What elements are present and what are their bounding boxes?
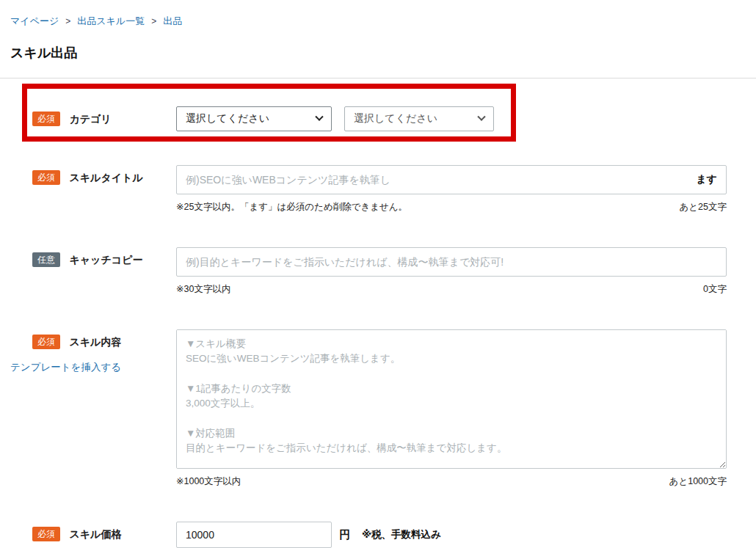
- skill-title-suffix: ます: [696, 173, 717, 186]
- skill-content-input-col: ※1000文字以内 あと1000文字: [176, 329, 727, 488]
- chevron-down-icon: [477, 113, 485, 121]
- skill-content-textarea[interactable]: [176, 329, 727, 469]
- price-note: ※税、手数料込み: [362, 528, 441, 541]
- catch-copy-counter: 0文字: [703, 283, 727, 296]
- required-badge: 必須: [32, 335, 60, 349]
- category-label: カテゴリ: [69, 113, 111, 125]
- price-row: 必須 スキル価格 円 ※税、手数料込み: [10, 522, 727, 548]
- catch-copy-input-wrap: [176, 247, 727, 277]
- catch-copy-label: キャッチコピー: [69, 254, 142, 266]
- insert-template-link[interactable]: テンプレートを挿入する: [10, 361, 121, 374]
- skill-content-note: ※1000文字以内: [176, 475, 241, 488]
- catch-copy-row: 任意 キャッチコピー ※30文字以内 0文字: [10, 247, 727, 296]
- price-input[interactable]: [176, 522, 332, 548]
- price-label-col: 必須 スキル価格: [10, 522, 176, 548]
- skill-title-input-col: ます ※25文字以内。「ます」は必須のため削除できません。 あと25文字: [176, 165, 727, 213]
- skill-content-counter: あと1000文字: [669, 475, 727, 488]
- skill-title-input[interactable]: [186, 174, 696, 186]
- skill-content-label-col: 必須 スキル内容 テンプレートを挿入する: [10, 329, 176, 488]
- category-row: 必須 カテゴリ 選択してください 選択してください: [10, 106, 727, 131]
- breadcrumb-separator: >: [151, 16, 156, 26]
- optional-badge: 任意: [32, 252, 60, 267]
- catch-copy-note-row: ※30文字以内 0文字: [176, 283, 727, 296]
- skill-title-note-row: ※25文字以内。「ます」は必須のため削除できません。 あと25文字: [176, 201, 727, 213]
- breadcrumb: マイページ > 出品スキル一覧 > 出品: [10, 15, 727, 28]
- price-input-col: 円 ※税、手数料込み: [176, 522, 727, 548]
- page-container: マイページ > 出品スキル一覧 > 出品 スキル出品 必須 カテゴリ 選択してく…: [0, 0, 756, 548]
- required-badge: 必須: [32, 170, 60, 185]
- breadcrumb-link-mypage[interactable]: マイページ: [10, 15, 59, 28]
- skill-content-label: スキル内容: [69, 336, 121, 348]
- skill-title-counter: あと25文字: [680, 201, 727, 213]
- skill-content-note-row: ※1000文字以内 あと1000文字: [176, 475, 727, 488]
- category-label-col: 必須 カテゴリ: [10, 106, 176, 131]
- price-label: スキル価格: [69, 528, 121, 540]
- catch-copy-label-col: 任意 キャッチコピー: [10, 247, 176, 296]
- category-input-col: 選択してください 選択してください: [176, 106, 727, 131]
- catch-copy-input[interactable]: [186, 256, 717, 268]
- skill-title-label-col: 必須 スキルタイトル: [10, 165, 176, 213]
- category-select-primary[interactable]: 選択してください: [176, 106, 332, 131]
- required-badge: 必須: [32, 527, 60, 541]
- price-line: 円 ※税、手数料込み: [176, 522, 727, 548]
- breadcrumb-separator: >: [65, 16, 70, 26]
- category-select-primary-value: 選択してください: [186, 112, 269, 125]
- category-select-secondary-value: 選択してください: [354, 112, 437, 125]
- skill-listing-form: 必須 カテゴリ 選択してください 選択してください 必須: [10, 78, 727, 548]
- price-unit: 円: [339, 528, 350, 542]
- catch-copy-input-col: ※30文字以内 0文字: [176, 247, 727, 296]
- skill-title-row: 必須 スキルタイトル ます ※25文字以内。「ます」は必須のため削除できません。…: [10, 165, 727, 213]
- required-badge: 必須: [32, 112, 60, 126]
- skill-title-note: ※25文字以内。「ます」は必須のため削除できません。: [176, 201, 407, 213]
- skill-content-row: 必須 スキル内容 テンプレートを挿入する ※1000文字以内 あと1000文字: [10, 329, 727, 488]
- catch-copy-note: ※30文字以内: [176, 283, 230, 296]
- breadcrumb-link-listing[interactable]: 出品: [163, 15, 182, 28]
- chevron-down-icon: [315, 113, 323, 121]
- breadcrumb-link-skill-list[interactable]: 出品スキル一覧: [77, 15, 145, 28]
- page-title: スキル出品: [10, 44, 727, 62]
- skill-title-input-wrap: ます: [176, 165, 727, 194]
- skill-title-label: スキルタイトル: [69, 172, 142, 183]
- category-select-group: 選択してください 選択してください: [176, 106, 727, 131]
- category-select-secondary[interactable]: 選択してください: [344, 106, 494, 131]
